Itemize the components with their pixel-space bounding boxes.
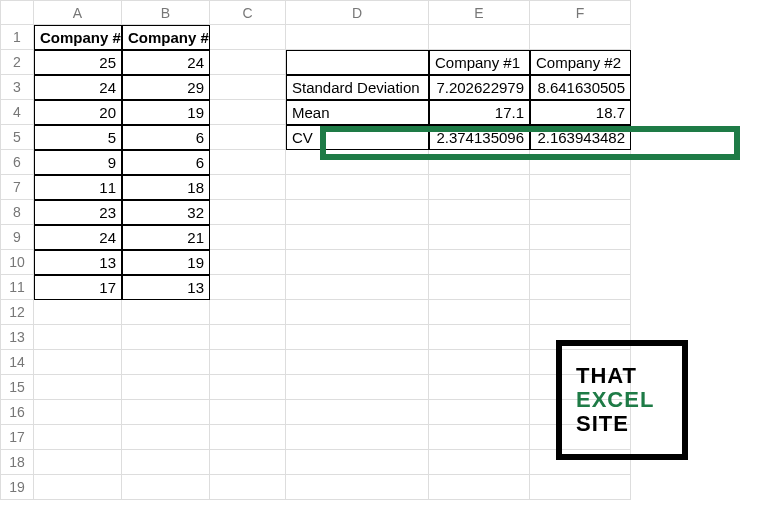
cell[interactable] [286, 225, 429, 250]
cell[interactable]: 2.163943482 [530, 125, 631, 150]
cell[interactable] [210, 275, 286, 300]
cell[interactable] [210, 400, 286, 425]
cell[interactable] [286, 450, 429, 475]
cell[interactable] [286, 250, 429, 275]
row-header[interactable]: 13 [0, 325, 34, 350]
cell[interactable]: 24 [34, 225, 122, 250]
cell[interactable]: CV [286, 125, 429, 150]
cell[interactable] [210, 100, 286, 125]
cell[interactable] [530, 275, 631, 300]
cell[interactable] [210, 250, 286, 275]
cell[interactable]: Mean [286, 100, 429, 125]
cell[interactable] [429, 350, 530, 375]
cell[interactable] [429, 200, 530, 225]
corner-cell[interactable] [0, 0, 34, 25]
cell[interactable]: 6 [122, 150, 210, 175]
cell[interactable] [210, 475, 286, 500]
cell[interactable] [34, 475, 122, 500]
cell[interactable] [429, 300, 530, 325]
column-header[interactable]: F [530, 0, 631, 25]
cell[interactable] [210, 150, 286, 175]
cell[interactable]: 13 [122, 275, 210, 300]
cell[interactable] [530, 175, 631, 200]
row-header[interactable]: 9 [0, 225, 34, 250]
cell[interactable] [210, 350, 286, 375]
cell[interactable] [34, 450, 122, 475]
cell[interactable] [122, 450, 210, 475]
cell[interactable]: 18 [122, 175, 210, 200]
cell[interactable]: 17.1 [429, 100, 530, 125]
cell[interactable]: Company #1 [34, 25, 122, 50]
cell[interactable] [286, 50, 429, 75]
cell[interactable] [530, 150, 631, 175]
cell[interactable] [429, 400, 530, 425]
row-header[interactable]: 16 [0, 400, 34, 425]
cell[interactable] [210, 325, 286, 350]
cell[interactable]: 29 [122, 75, 210, 100]
row-header[interactable]: 11 [0, 275, 34, 300]
cell[interactable] [210, 450, 286, 475]
cell[interactable] [530, 25, 631, 50]
cell[interactable]: Company #2 [530, 50, 631, 75]
column-header[interactable]: B [122, 0, 210, 25]
cell[interactable] [429, 450, 530, 475]
cell[interactable] [34, 425, 122, 450]
cell[interactable] [429, 475, 530, 500]
cell[interactable] [286, 475, 429, 500]
row-header[interactable]: 4 [0, 100, 34, 125]
cell[interactable] [34, 325, 122, 350]
cell[interactable] [530, 475, 631, 500]
cell[interactable] [429, 250, 530, 275]
cell[interactable] [210, 375, 286, 400]
cell[interactable] [34, 375, 122, 400]
cell[interactable] [530, 225, 631, 250]
row-header[interactable]: 2 [0, 50, 34, 75]
cell[interactable] [429, 150, 530, 175]
cell[interactable]: 9 [34, 150, 122, 175]
cell[interactable] [210, 225, 286, 250]
row-header[interactable]: 15 [0, 375, 34, 400]
row-header[interactable]: 14 [0, 350, 34, 375]
cell[interactable]: 19 [122, 100, 210, 125]
cell[interactable] [286, 375, 429, 400]
row-header[interactable]: 7 [0, 175, 34, 200]
row-header[interactable]: 8 [0, 200, 34, 225]
cell[interactable] [286, 175, 429, 200]
cell[interactable] [530, 200, 631, 225]
cell[interactable] [122, 475, 210, 500]
cell[interactable]: Company #1 [429, 50, 530, 75]
cell[interactable] [286, 150, 429, 175]
row-header[interactable]: 12 [0, 300, 34, 325]
row-header[interactable]: 1 [0, 25, 34, 50]
cell[interactable] [210, 175, 286, 200]
cell[interactable] [286, 400, 429, 425]
cell[interactable] [210, 50, 286, 75]
cell[interactable]: 5 [34, 125, 122, 150]
cell[interactable] [210, 300, 286, 325]
row-header[interactable]: 18 [0, 450, 34, 475]
row-header[interactable]: 10 [0, 250, 34, 275]
cell[interactable] [429, 225, 530, 250]
cell[interactable]: 6 [122, 125, 210, 150]
cell[interactable] [429, 175, 530, 200]
cell[interactable] [122, 375, 210, 400]
cell[interactable] [429, 25, 530, 50]
cell[interactable]: 2.374135096 [429, 125, 530, 150]
column-header[interactable]: E [429, 0, 530, 25]
cell[interactable]: 8.641630505 [530, 75, 631, 100]
cell[interactable] [210, 125, 286, 150]
cell[interactable] [34, 400, 122, 425]
cell[interactable] [429, 275, 530, 300]
cell[interactable] [286, 350, 429, 375]
cell[interactable] [286, 425, 429, 450]
cell[interactable] [429, 425, 530, 450]
cell[interactable] [530, 300, 631, 325]
cell[interactable]: 11 [34, 175, 122, 200]
cell[interactable]: 19 [122, 250, 210, 275]
cell[interactable]: 17 [34, 275, 122, 300]
cell[interactable] [530, 250, 631, 275]
column-header[interactable]: A [34, 0, 122, 25]
cell[interactable] [210, 425, 286, 450]
cell[interactable] [122, 350, 210, 375]
cell[interactable] [122, 400, 210, 425]
